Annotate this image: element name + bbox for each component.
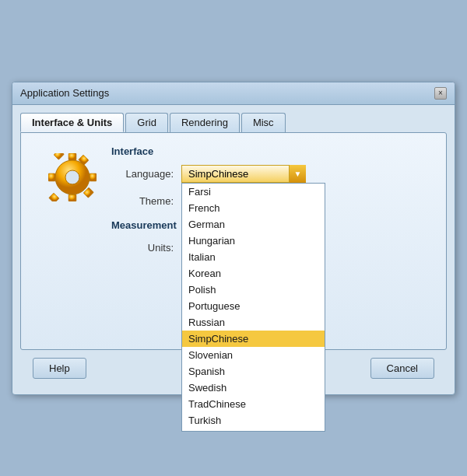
help-button[interactable]: Help <box>33 358 86 379</box>
tab-interface-units[interactable]: Interface & Units <box>20 113 124 132</box>
theme-label: Theme: <box>111 195 174 207</box>
dropdown-item-polish[interactable]: Polish <box>182 282 325 298</box>
dropdown-item-italian[interactable]: Italian <box>182 249 325 265</box>
main-content: Interface Language: SimpChinese ▼ <box>33 145 434 266</box>
cancel-button[interactable]: Cancel <box>370 358 434 379</box>
dropdown-item-tradchinese[interactable]: TradChinese <box>182 396 325 412</box>
title-bar: Application Settings × <box>12 82 455 105</box>
right-panel: Interface Language: SimpChinese ▼ <box>111 145 434 266</box>
dropdown-item-spanish[interactable]: Spanish <box>182 363 325 380</box>
application-window: Application Settings × Interface & Units… <box>12 82 455 395</box>
dropdown-item-farsi[interactable]: Farsi <box>182 184 325 200</box>
svg-rect-1 <box>68 194 76 201</box>
window-body: Interface & Units Grid Rendering Misc <box>12 105 455 394</box>
svg-rect-3 <box>90 173 97 181</box>
svg-rect-7 <box>49 193 59 201</box>
left-panel <box>33 145 111 266</box>
svg-point-9 <box>65 170 79 184</box>
dropdown-item-hungarian[interactable]: Hungarian <box>182 233 325 249</box>
tab-misc[interactable]: Misc <box>241 113 286 132</box>
svg-rect-0 <box>68 153 76 160</box>
dropdown-selected-value[interactable]: SimpChinese ▼ <box>181 165 306 183</box>
window-title: Application Settings <box>20 87 109 99</box>
dropdown-item-korean[interactable]: Korean <box>182 265 325 282</box>
tab-rendering[interactable]: Rendering <box>170 113 240 132</box>
gear-icon <box>48 153 97 201</box>
dropdown-item-german[interactable]: German <box>182 216 325 233</box>
tab-bar: Interface & Units Grid Rendering Misc <box>20 113 447 132</box>
dropdown-item-turkish[interactable]: Turkish <box>182 412 325 429</box>
dropdown-list-inner[interactable]: Farsi French German Hungarian Italian Ko… <box>182 184 325 432</box>
dropdown-item-portuguese[interactable]: Portuguese <box>182 298 325 314</box>
language-label: Language: <box>111 168 174 180</box>
dropdown-arrow-icon[interactable]: ▼ <box>289 165 306 183</box>
tab-grid[interactable]: Grid <box>125 113 168 132</box>
tab-content: Interface Language: SimpChinese ▼ <box>20 132 447 350</box>
svg-rect-2 <box>48 173 55 181</box>
dropdown-list: Farsi French German Hungarian Italian Ko… <box>181 183 325 432</box>
dropdown-item-simpchinese[interactable]: SimpChinese <box>182 331 325 347</box>
language-row: Language: SimpChinese ▼ Farsi French <box>111 165 434 183</box>
close-button[interactable]: × <box>434 87 447 100</box>
interface-section-title: Interface <box>111 145 434 157</box>
units-label: Units: <box>111 242 174 254</box>
language-dropdown[interactable]: SimpChinese ▼ Farsi French German Hungar… <box>181 165 306 183</box>
dropdown-item-russian[interactable]: Russian <box>182 314 325 331</box>
selected-language-text: SimpChinese <box>188 168 248 180</box>
svg-rect-5 <box>54 153 64 159</box>
dropdown-item-french[interactable]: French <box>182 200 325 216</box>
dropdown-item-ukrainian[interactable]: Ukrainian <box>182 429 325 432</box>
dropdown-item-slovenian[interactable]: Slovenian <box>182 347 325 363</box>
dropdown-item-swedish[interactable]: Swedish <box>182 380 325 396</box>
